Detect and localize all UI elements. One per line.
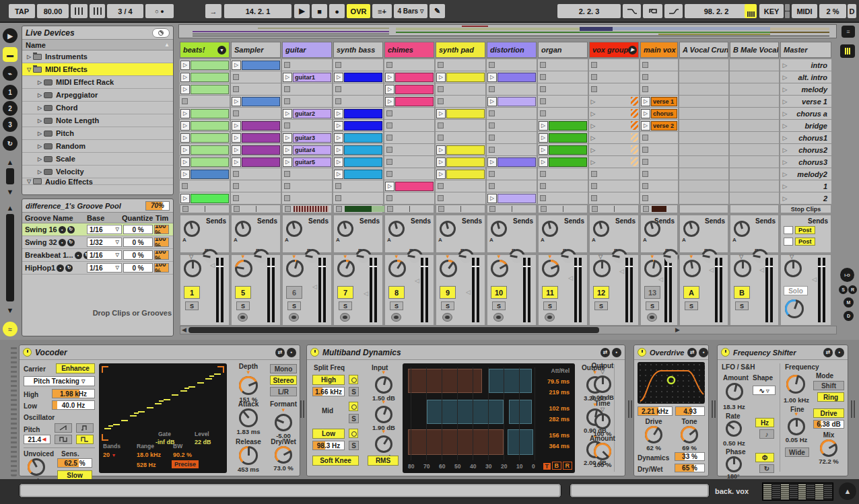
- clip-slot[interactable]: ▷guitar1: [282, 71, 332, 83]
- formant-knob-group[interactable]: Formant▼ -5.00: [266, 400, 301, 439]
- clip-slot[interactable]: [384, 192, 434, 205]
- follow-icon[interactable]: →: [205, 4, 221, 18]
- browser-scrollbar[interactable]: [6, 168, 14, 184]
- freqshifter-title-bar[interactable]: Frequency Shifter ⇄▪: [718, 345, 848, 360]
- scene-play-icon[interactable]: ▷: [780, 98, 790, 105]
- clip[interactable]: [191, 61, 229, 70]
- clip-slot[interactable]: [538, 59, 588, 71]
- send-a-knob[interactable]: [235, 221, 251, 237]
- pan-knob[interactable]: [440, 260, 457, 277]
- arm-monitor-button[interactable]: [647, 313, 657, 322]
- clip-play-button[interactable]: ▷: [180, 109, 190, 118]
- clip-stop-button[interactable]: [335, 62, 341, 68]
- pitch-value-field[interactable]: 21.4◀: [24, 435, 50, 444]
- browser-item-instruments[interactable]: ▷Instruments: [22, 50, 173, 63]
- clip[interactable]: [344, 121, 382, 131]
- clip[interactable]: [344, 145, 382, 155]
- clip-slot[interactable]: [487, 120, 537, 132]
- clip-slot[interactable]: [730, 83, 779, 96]
- stop-all-button[interactable]: [541, 206, 547, 212]
- clip-play-button[interactable]: ▷: [180, 85, 190, 94]
- clip[interactable]: [497, 157, 536, 167]
- clip-slot[interactable]: [384, 108, 434, 120]
- collapsed-icon[interactable]: ▷: [25, 54, 33, 60]
- clip-play-button[interactable]: ▷: [385, 73, 394, 82]
- clip-slot[interactable]: ▷: [487, 96, 537, 108]
- scene-slot[interactable]: ▷chorus3: [780, 156, 831, 168]
- track-activator[interactable]: 12: [593, 286, 609, 299]
- key-map-button[interactable]: KEY: [759, 4, 784, 18]
- high-split-field[interactable]: 1.66 kHz: [312, 387, 345, 396]
- clip[interactable]: [242, 121, 280, 131]
- clip-play-button[interactable]: ▷: [180, 121, 190, 131]
- clip-stop-button[interactable]: [438, 122, 444, 129]
- hotswap-icon[interactable]: ⇄: [275, 348, 285, 357]
- ring-mode-button[interactable]: Ring: [817, 392, 844, 402]
- arm-monitor-button[interactable]: [545, 313, 555, 322]
- metronome-icon[interactable]: [71, 4, 88, 18]
- loop-length-field[interactable]: 98. 2. 2: [685, 4, 748, 18]
- overdrive-title-bar[interactable]: Overdrive ⇄▪: [634, 345, 708, 360]
- master-solo-box[interactable]: Solo: [784, 286, 808, 295]
- clip-slot[interactable]: [730, 180, 779, 192]
- clip-play-button[interactable]: ▷: [232, 121, 241, 131]
- device-separator[interactable]: [300, 400, 304, 418]
- clip-slot[interactable]: [589, 71, 639, 83]
- clip[interactable]: guitar1: [293, 73, 331, 82]
- clip-play-button[interactable]: ▷: [232, 61, 241, 70]
- send-a-knob[interactable]: [184, 221, 200, 237]
- clip-stop-button[interactable]: [284, 171, 290, 177]
- overview-menu-icon[interactable]: ≡: [841, 26, 855, 38]
- clip-slot[interactable]: ▷verse 1: [640, 96, 678, 108]
- clip-stop-button[interactable]: [591, 183, 597, 189]
- clip-stop-row[interactable]: [589, 205, 639, 213]
- high-band-power[interactable]: [349, 375, 358, 384]
- clip-stop-button[interactable]: [233, 183, 239, 189]
- bands-value[interactable]: 20 ▼: [103, 452, 116, 458]
- clip-stop-row[interactable]: [436, 205, 485, 213]
- clip-slot[interactable]: ▷chorus: [640, 108, 678, 120]
- midi-map-button[interactable]: MIDI: [792, 4, 817, 18]
- clip-stop-button[interactable]: [438, 135, 444, 141]
- hotswap-icon[interactable]: ⇄: [687, 348, 697, 357]
- multiband-display[interactable]: 80706050403020100 Att/Rel 79.5 ms 219 ms…: [403, 363, 575, 473]
- clip-slot[interactable]: [640, 156, 678, 168]
- scene-slot[interactable]: ▷chorus2: [780, 144, 831, 156]
- clip-slot[interactable]: ▷: [384, 71, 434, 83]
- clip-slot[interactable]: [384, 168, 434, 180]
- arm-monitor-button[interactable]: [493, 313, 504, 322]
- clip-slot[interactable]: [640, 71, 678, 83]
- clip-stop-row[interactable]: [730, 205, 779, 213]
- clip-stop-button[interactable]: [489, 135, 495, 141]
- release-knob-group[interactable]: Release 453 ms: [231, 438, 266, 473]
- clip-stop-button[interactable]: [438, 183, 444, 189]
- clip-play-button[interactable]: ▷: [232, 133, 241, 143]
- group-slot-play-icon[interactable]: ▷: [589, 98, 597, 105]
- track-activator[interactable]: 6: [286, 286, 302, 299]
- soft-knee-button[interactable]: Soft Knee: [312, 456, 359, 466]
- stop-all-button[interactable]: [643, 206, 649, 212]
- clip-play-button[interactable]: ▷: [232, 97, 241, 106]
- clip-slot[interactable]: [730, 59, 779, 71]
- clip-slot[interactable]: [384, 144, 434, 156]
- save-groove-icon[interactable]: ▪: [57, 264, 64, 272]
- sends-section-toggle[interactable]: S: [839, 285, 848, 294]
- clip-slot[interactable]: [333, 83, 383, 96]
- track-header[interactable]: guitar: [282, 42, 332, 58]
- track-header[interactable]: synth bass: [333, 42, 383, 58]
- groove-timing-field[interactable]: 100 %: [154, 263, 169, 273]
- scene-slot[interactable]: ▷2: [780, 192, 831, 205]
- time-knob[interactable]: Time▽ 100 %: [585, 400, 620, 437]
- clip-play-button[interactable]: ▷: [385, 85, 394, 94]
- level-value[interactable]: 22 dB: [195, 439, 211, 445]
- send-a-knob[interactable]: [734, 221, 750, 237]
- clip-play-button[interactable]: ▷: [487, 73, 497, 82]
- clip-slot[interactable]: [231, 83, 281, 96]
- groove-timing-field[interactable]: 100 %: [154, 238, 169, 247]
- clip-stop-button[interactable]: [233, 195, 239, 201]
- group-slot-play-icon[interactable]: ▷: [589, 147, 597, 153]
- clip-stop-button[interactable]: [642, 135, 648, 141]
- clip-stop-row[interactable]: [180, 205, 230, 213]
- clip-slot[interactable]: [231, 71, 281, 83]
- osc-pulse-button[interactable]: [76, 423, 94, 433]
